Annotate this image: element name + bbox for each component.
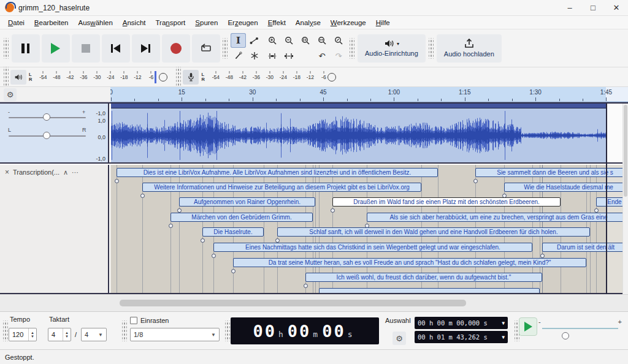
label-drag-handle[interactable] — [331, 208, 335, 213]
transcript-label[interactable]: Aufgenommen von Rainer Opgenrhein. — [179, 197, 315, 207]
transcript-label[interactable]: Da trat seine Mutter heran, sah es voll … — [233, 258, 586, 267]
speed-slider-track[interactable] — [542, 328, 618, 329]
selection-end-value[interactable]: 00 h 01 m 43,262 s — [418, 333, 488, 341]
timeline-ruler[interactable]: 01530451:001:151:301:45 — [110, 87, 628, 102]
transcript-label[interactable]: Märchen von den Gebrüdern Grimm. — [170, 213, 313, 222]
vertical-scrollbar-thumb[interactable] — [624, 105, 627, 197]
zoom-out-button[interactable] — [281, 33, 297, 48]
pan-slider-knob[interactable] — [43, 132, 50, 139]
menu-effekt[interactable]: Effekt — [263, 17, 291, 28]
snapping-checkbox[interactable] — [130, 317, 137, 324]
audio-position-display[interactable]: 00h00m00s — [231, 317, 379, 344]
record-button[interactable] — [162, 34, 190, 63]
gain-slider-knob[interactable] — [43, 113, 50, 121]
menu-transport[interactable]: Transport — [151, 17, 191, 28]
transcript-label[interactable]: Wie die Haselstaude diesmal me — [504, 183, 628, 192]
menu-bearbeiten[interactable]: Bearbeiten — [29, 17, 74, 28]
time-digit-group[interactable]: 00 — [253, 322, 277, 341]
envelope-tool-button[interactable] — [247, 33, 262, 48]
pan-slider[interactable] — [9, 135, 86, 137]
label-drag-handle[interactable] — [540, 254, 545, 258]
audio-upload-button[interactable]: Audio hochladen — [437, 34, 502, 63]
toolbar-grip[interactable] — [225, 320, 230, 341]
close-button[interactable]: ✕ — [605, 0, 628, 15]
playback-meter-button[interactable] — [10, 70, 26, 85]
label-track-collapse-button[interactable]: ∧ — [63, 169, 68, 176]
label-drag-handle[interactable] — [231, 269, 236, 273]
label-drag-handle[interactable] — [473, 179, 478, 183]
trim-audio-button[interactable] — [264, 48, 280, 63]
label-drag-handle[interactable] — [212, 254, 216, 258]
menu-spuren[interactable]: Spuren — [190, 17, 223, 28]
skip-to-end-button[interactable] — [132, 34, 160, 63]
label-drag-handle[interactable] — [304, 284, 308, 288]
gain-slider[interactable] — [9, 117, 86, 118]
recording-meter[interactable]: LR -54-48-42-36-30-24-18-12-6 — [183, 69, 335, 86]
transcript-label[interactable]: Als sie sich aber herabbückt, um eine zu… — [367, 213, 628, 222]
selection-tool-button[interactable]: I — [231, 33, 246, 48]
waveform-area[interactable] — [110, 104, 628, 162]
pause-button[interactable] — [12, 34, 40, 63]
selection-end-field[interactable]: 00 h 01 m 43,262 s ▼ — [415, 331, 508, 343]
label-stem[interactable] — [117, 165, 117, 293]
label-drag-handle[interactable] — [201, 238, 205, 243]
menu-datei[interactable]: Datei — [3, 17, 29, 28]
draw-tool-button[interactable] — [231, 48, 246, 63]
stop-button[interactable] — [72, 34, 100, 63]
timeline-options-button[interactable]: ⚙ — [4, 88, 17, 101]
transcript-label[interactable]: Dies ist eine LibriVox Aufnahme. Alle Li… — [117, 168, 438, 177]
tempo-spinner[interactable]: 120 ▲▼ — [9, 328, 37, 341]
speed-slider-knob[interactable] — [562, 332, 569, 339]
multi-tool-button[interactable] — [247, 48, 262, 63]
undo-button[interactable]: ↶ — [314, 48, 330, 63]
label-drag-handle[interactable] — [169, 224, 173, 228]
label-drag-handle[interactable] — [177, 208, 182, 213]
horizontal-scrollbar-thumb[interactable] — [120, 300, 466, 306]
transcript-label[interactable]: Weitere Informationen und Hinweise zur B… — [142, 183, 421, 192]
maximize-button[interactable]: □ — [581, 0, 605, 15]
zoom-toggle-button[interactable] — [331, 33, 347, 48]
time-digit-group[interactable]: 00 — [322, 322, 346, 341]
play-at-speed-button[interactable] — [519, 317, 537, 336]
zoom-in-button[interactable] — [264, 33, 280, 48]
transcript-label-active[interactable]: Draußen im Wald fand sie einen Platz mit… — [332, 197, 561, 207]
label-track-content[interactable]: Dies ist eine LibriVox Aufnahme. Alle Li… — [110, 165, 628, 293]
playback-speed-slider[interactable]: - + — [542, 320, 618, 335]
label-drag-handle[interactable] — [275, 238, 280, 243]
time-digit-group[interactable]: 00 — [288, 322, 312, 341]
menu-erzeugen[interactable]: Erzeugen — [223, 17, 262, 28]
label-drag-handle[interactable] — [594, 208, 599, 213]
menu-auswhlen[interactable]: Auswählen — [74, 17, 118, 28]
fit-project-button[interactable] — [314, 33, 330, 48]
time-signature-upper-spinner[interactable]: 4 ▲▼ — [48, 328, 71, 341]
audio-setup-button[interactable]: ▾ Audio-Einrichtung — [358, 34, 426, 63]
zoom-selection-button[interactable] — [297, 33, 313, 48]
toolbar-grip[interactable] — [4, 67, 9, 88]
selection-start-field[interactable]: 00 h 00 m 00,000 s ▼ — [415, 317, 508, 329]
transcript-label[interactable]: Sie sammelt dann die Beeren und als sie … — [475, 168, 628, 177]
time-signature-lower-combo[interactable]: 4 ▼ — [81, 328, 107, 341]
transcript-label[interactable] — [319, 288, 540, 293]
snapping-combo[interactable]: 1/8 ▼ — [130, 328, 220, 341]
snapping-checkbox-row[interactable]: Einrasten — [130, 317, 169, 324]
silence-audio-button[interactable] — [281, 48, 297, 63]
horizontal-scrollbar[interactable] — [0, 294, 628, 311]
menu-werkzeuge[interactable]: Werkzeuge — [326, 17, 371, 28]
label-track-menu-button[interactable]: ⋯ — [72, 169, 79, 176]
transcript-label[interactable]: Die Haselrute. — [202, 227, 264, 237]
skip-to-start-button[interactable] — [102, 34, 130, 63]
toolbar-grip[interactable] — [3, 320, 8, 341]
minimize-button[interactable]: – — [558, 0, 581, 15]
toolbar-grip[interactable] — [429, 38, 434, 59]
menu-analyse[interactable]: Analyse — [291, 17, 326, 28]
label-track-close-button[interactable]: × — [5, 168, 9, 176]
label-drag-handle[interactable] — [115, 179, 119, 183]
play-button[interactable] — [42, 34, 70, 63]
selection-settings-button[interactable]: ⚙ — [392, 332, 406, 345]
toolbar-grip[interactable] — [176, 67, 181, 88]
label-track-name[interactable]: Transcription(... — [13, 169, 59, 176]
loop-button[interactable] — [192, 34, 220, 63]
spinner-arrows-icon[interactable]: ▲▼ — [63, 328, 71, 341]
tempo-value[interactable]: 120 — [9, 328, 28, 341]
toolbar-grip[interactable] — [4, 38, 9, 59]
